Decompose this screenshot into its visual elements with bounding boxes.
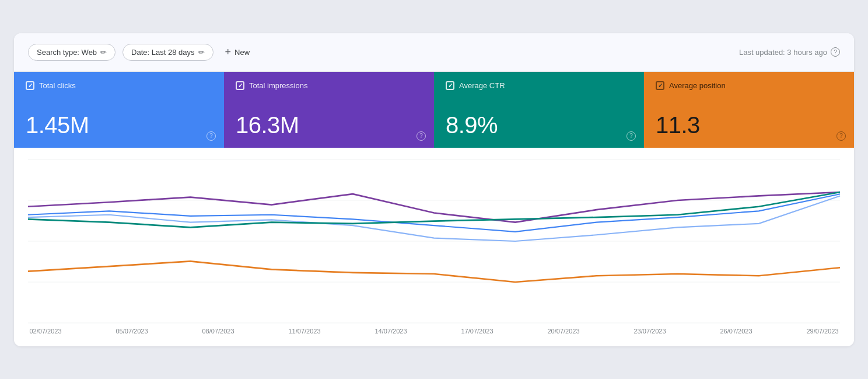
toolbar: Search type: Web ✏ Date: Last 28 days ✏ … <box>14 33 854 72</box>
metric-position[interactable]: Average position 11.3 ? <box>644 72 854 148</box>
position-line <box>28 261 840 282</box>
last-updated-text: Last updated: 3 hours ago <box>739 48 827 57</box>
x-label-5: 17/07/2023 <box>460 328 495 335</box>
x-label-2: 08/07/2023 <box>201 328 236 335</box>
date-label: Date: Last 28 days <box>131 48 194 57</box>
metric-clicks-help: ? <box>206 130 216 141</box>
x-label-3: 11/07/2023 <box>287 328 322 335</box>
x-label-9: 29/07/2023 <box>805 328 840 335</box>
x-label-8: 26/07/2023 <box>719 328 754 335</box>
metric-impressions-label: Total impressions <box>249 81 307 90</box>
chart-container <box>28 159 840 323</box>
metric-ctr-label: Average CTR <box>459 81 505 90</box>
metric-impressions-value: 16.3M <box>236 112 422 138</box>
metric-ctr-header: Average CTR <box>446 81 632 90</box>
metric-impressions-checkbox[interactable] <box>236 81 244 90</box>
plus-icon: + <box>225 46 232 58</box>
metric-ctr-checkbox[interactable] <box>446 81 454 90</box>
position-help-icon[interactable]: ? <box>836 131 846 141</box>
metric-position-header: Average position <box>656 81 842 90</box>
metric-position-label: Average position <box>669 81 726 90</box>
metric-impressions[interactable]: Total impressions 16.3M ? <box>224 72 434 148</box>
metric-impressions-help: ? <box>416 130 426 141</box>
metrics-row: Total clicks 1.45M ? Total impressions 1… <box>14 72 854 148</box>
clicks-line-2 <box>28 196 840 241</box>
edit-date-icon: ✏ <box>198 48 205 57</box>
metric-clicks[interactable]: Total clicks 1.45M ? <box>14 72 224 148</box>
search-type-filter[interactable]: Search type: Web ✏ <box>28 44 116 61</box>
new-label: New <box>235 48 250 57</box>
x-label-6: 20/07/2023 <box>546 328 581 335</box>
chart-area: 02/07/2023 05/07/2023 08/07/2023 11/07/2… <box>14 148 854 346</box>
metric-position-help: ? <box>836 130 846 141</box>
date-filter[interactable]: Date: Last 28 days ✏ <box>123 44 213 61</box>
metric-ctr[interactable]: Average CTR 8.9% ? <box>434 72 644 148</box>
metric-position-value: 11.3 <box>656 112 842 138</box>
metric-clicks-checkbox[interactable] <box>26 81 34 90</box>
x-axis-labels: 02/07/2023 05/07/2023 08/07/2023 11/07/2… <box>28 323 840 335</box>
main-card: Search type: Web ✏ Date: Last 28 days ✏ … <box>14 33 854 346</box>
x-label-0: 02/07/2023 <box>28 328 63 335</box>
line-chart <box>28 159 840 323</box>
last-updated: Last updated: 3 hours ago ? <box>739 47 840 57</box>
x-label-7: 23/07/2023 <box>632 328 667 335</box>
ctr-help-icon[interactable]: ? <box>626 131 636 141</box>
edit-search-type-icon: ✏ <box>100 48 107 57</box>
last-updated-help-icon[interactable]: ? <box>831 47 840 57</box>
impressions-help-icon[interactable]: ? <box>416 131 426 141</box>
metric-clicks-label: Total clicks <box>39 81 76 90</box>
metric-ctr-help: ? <box>626 130 636 141</box>
impressions-line <box>28 192 840 222</box>
new-button[interactable]: + New <box>220 43 255 62</box>
clicks-help-icon[interactable]: ? <box>206 131 216 141</box>
metric-impressions-header: Total impressions <box>236 81 422 90</box>
metric-ctr-value: 8.9% <box>446 112 632 138</box>
metric-position-checkbox[interactable] <box>656 81 664 90</box>
x-label-4: 14/07/2023 <box>373 328 408 335</box>
metric-clicks-header: Total clicks <box>26 81 212 90</box>
x-label-1: 05/07/2023 <box>114 328 149 335</box>
metric-clicks-value: 1.45M <box>26 112 212 138</box>
search-type-label: Search type: Web <box>37 48 97 57</box>
